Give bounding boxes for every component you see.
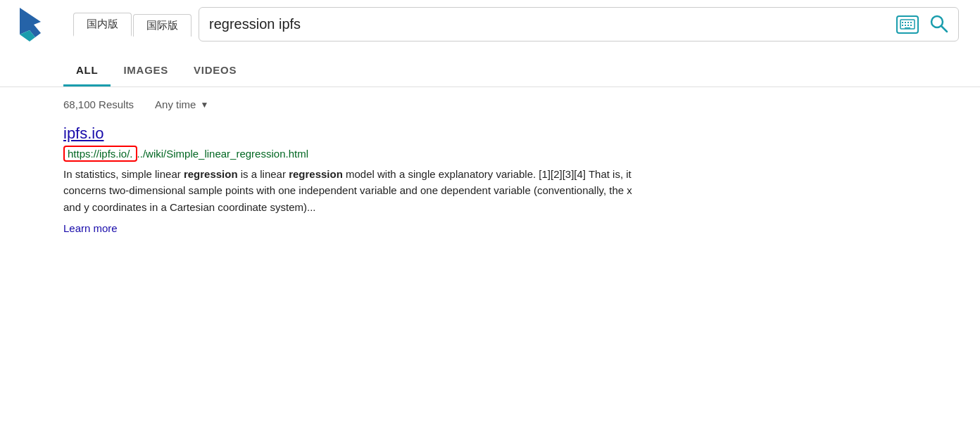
results-area: 68,100 Results Any time ▼ ipfs.io https:… bbox=[0, 87, 980, 246]
svg-rect-8 bbox=[910, 25, 912, 26]
result-snippet: In statistics, simple linear regression … bbox=[63, 166, 641, 215]
nav-tab-images[interactable]: IMAGES bbox=[111, 56, 181, 86]
nav-tab-videos[interactable]: VIDEOS bbox=[181, 56, 249, 86]
svg-rect-4 bbox=[910, 22, 912, 23]
results-count: 68,100 Results bbox=[63, 98, 134, 110]
result-url-row: https://ipfs.io/. ../wiki/Simple_linear_… bbox=[63, 146, 917, 162]
search-result: ipfs.io https://ipfs.io/. ../wiki/Simple… bbox=[63, 124, 917, 235]
search-button[interactable] bbox=[929, 13, 948, 35]
svg-rect-9 bbox=[905, 27, 910, 29]
svg-rect-2 bbox=[905, 22, 906, 23]
result-url-rest: ../wiki/Simple_linear_regression.html bbox=[137, 148, 308, 160]
svg-rect-1 bbox=[902, 22, 903, 23]
result-title[interactable]: ipfs.io bbox=[63, 124, 103, 143]
svg-rect-5 bbox=[902, 25, 903, 26]
nav-tabs: ALL IMAGES VIDEOS bbox=[0, 56, 980, 86]
svg-rect-3 bbox=[907, 22, 909, 23]
time-filter-label: Any time bbox=[155, 98, 196, 110]
nav-tab-all[interactable]: ALL bbox=[63, 56, 111, 86]
svg-line-11 bbox=[941, 26, 947, 32]
version-tabs: 国内版 国际版 bbox=[73, 13, 191, 37]
time-filter[interactable]: Any time ▼ bbox=[155, 98, 208, 110]
search-bar bbox=[199, 7, 959, 41]
time-filter-arrow: ▼ bbox=[200, 100, 208, 110]
bing-logo bbox=[14, 8, 48, 41]
result-url-highlight: https://ipfs.io/. bbox=[63, 146, 137, 162]
keyboard-icon[interactable] bbox=[896, 15, 919, 34]
results-meta: 68,100 Results Any time ▼ bbox=[63, 98, 917, 110]
tab-international[interactable]: 国际版 bbox=[133, 14, 191, 37]
svg-rect-7 bbox=[907, 25, 909, 26]
learn-more-link[interactable]: Learn more bbox=[63, 222, 118, 234]
svg-rect-6 bbox=[905, 25, 906, 26]
search-input[interactable] bbox=[209, 16, 896, 32]
tab-domestic[interactable]: 国内版 bbox=[73, 13, 132, 37]
